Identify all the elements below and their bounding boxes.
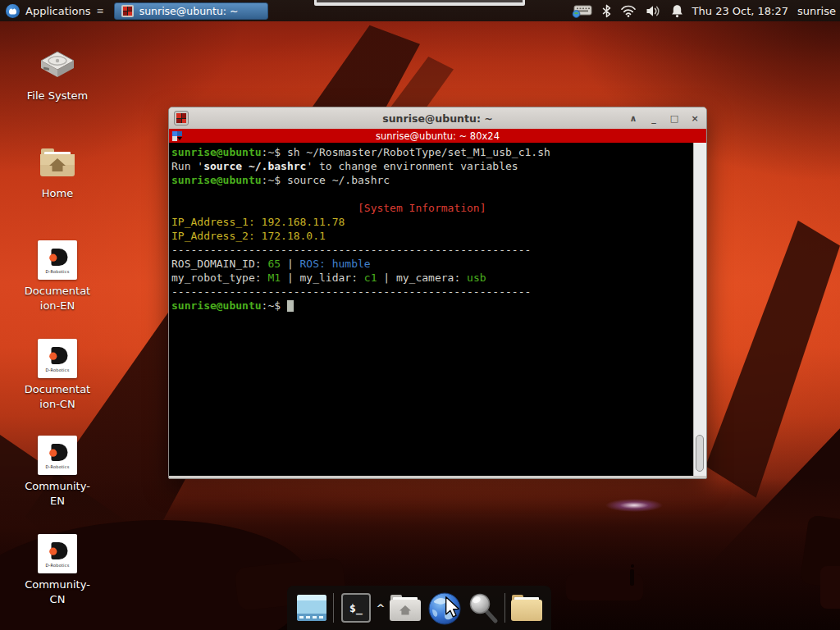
home-folder-launcher[interactable]: [389, 591, 421, 624]
terminal-line: IP_Address_1: 192.168.11.78: [171, 215, 692, 229]
xterm-statusbar-title: sunrise@ubuntu: ~ 80x24: [169, 130, 706, 142]
window-bottom-border: [169, 476, 706, 480]
desktop-icon-label: Documentation-EN: [23, 284, 92, 313]
terminal-icon: $_: [341, 593, 371, 623]
taskbar-window-button[interactable]: sunrise@ubuntu: ~: [114, 2, 268, 20]
desktop-icon-label: Documentation-CN: [23, 382, 92, 412]
dock-separator: [333, 593, 334, 623]
terminal-line: sunrise@ubuntu:~$ sh ~/Rosmaster/RobotTy…: [171, 145, 692, 159]
distro-logo-icon[interactable]: [6, 4, 20, 18]
wallpaper-headlight-glow: [605, 499, 663, 512]
window-title: sunrise@ubuntu: ~: [169, 112, 706, 125]
terminal-line: my_robot_type: M1 | my_lidar: c1 | my_ca…: [171, 271, 692, 285]
window-titlebar[interactable]: sunrise@ubuntu: ~ ∧ _ □ ×: [169, 107, 706, 129]
logo-caption: D-Robotics: [46, 464, 70, 469]
desktop-icon-home[interactable]: Home: [18, 142, 97, 201]
desktop-icon-label: Community-EN: [23, 479, 92, 509]
terminal-line: sunrise@ubuntu:~$: [171, 299, 692, 313]
notifications-bell-icon[interactable]: [671, 4, 683, 18]
terminal-screen[interactable]: sunrise@ubuntu:~$ sh ~/Rosmaster/RobotTy…: [169, 143, 693, 476]
terminal-line: sunrise@ubuntu:~$ source ~/.bashrc: [171, 173, 692, 187]
desktop-icon-label: Community-CN: [23, 578, 92, 607]
wallpaper-wreck: [820, 566, 840, 609]
app-finder-launcher[interactable]: [466, 591, 499, 624]
terminal-line: ROS_DOMAIN_ID: 65 | ROS: humble: [171, 257, 692, 271]
shade-button[interactable]: ∧: [627, 112, 640, 125]
xterm-menu-icon[interactable]: [172, 131, 182, 141]
terminal-line: [171, 187, 692, 201]
file-manager-folder-icon: [511, 595, 542, 621]
panel-user-menu[interactable]: sunrise: [797, 5, 836, 17]
show-desktop-icon: [297, 595, 326, 621]
terminal-line: Run 'source ~/.bashrc' to change environ…: [171, 159, 692, 173]
file-manager-launcher[interactable]: [511, 591, 543, 624]
terminal-window: sunrise@ubuntu: ~ ∧ _ □ × sunrise@ubuntu…: [168, 107, 707, 479]
desktop-icon-community-en[interactable]: D-Robotics Community-EN: [18, 435, 97, 509]
wallpaper-person-silhouette: [631, 564, 634, 568]
terminal-cursor: [287, 300, 294, 312]
desktop-icon-documentation-cn[interactable]: D-Robotics Documentation-CN: [18, 338, 97, 412]
desktop-icon-file-system[interactable]: File System: [18, 44, 97, 103]
dock-separator: [504, 593, 505, 623]
hard-drive-icon: [36, 44, 79, 85]
offscreen-window-edge: [314, 0, 525, 6]
logo-caption: D-Robotics: [46, 368, 70, 372]
d-robotics-logo-icon: D-Robotics: [38, 240, 77, 280]
applications-menu-button[interactable]: Applications: [25, 5, 90, 17]
home-folder-icon: [36, 142, 79, 183]
wifi-icon[interactable]: [620, 5, 637, 17]
terminal-line: ----------------------------------------…: [171, 285, 692, 299]
mouse-cursor: [443, 596, 461, 618]
d-robotics-logo-icon: D-Robotics: [38, 339, 77, 378]
desktop-icon-community-cn[interactable]: D-Robotics Community-CN: [18, 533, 97, 607]
home-folder-icon: [390, 595, 421, 621]
terminal-scrollbar[interactable]: [693, 143, 706, 476]
magnifier-icon: [466, 591, 500, 626]
close-button[interactable]: ×: [688, 112, 701, 125]
taskbar-window-label: sunrise@ubuntu: ~: [139, 5, 239, 17]
launcher-menu-arrow-icon[interactable]: ^: [377, 602, 386, 614]
wallpaper-person-silhouette: [630, 569, 634, 586]
maximize-button[interactable]: □: [668, 112, 681, 125]
bottom-dock: $_ ^: [287, 586, 551, 630]
show-desktop-button[interactable]: [295, 591, 327, 624]
desktop-icon-label: Home: [23, 186, 92, 201]
terminal-line: ----------------------------------------…: [171, 243, 692, 257]
terminal-line: [System Information]: [171, 201, 692, 215]
volume-icon[interactable]: [646, 5, 662, 17]
terminal-line: IP_Address_2: 172.18.0.1: [171, 229, 692, 243]
logo-caption: D-Robotics: [46, 563, 70, 568]
scrollbar-thumb[interactable]: [696, 435, 704, 472]
terminal-launcher[interactable]: $_: [340, 591, 372, 624]
bluetooth-icon[interactable]: [602, 4, 611, 18]
d-robotics-logo-icon: D-Robotics: [38, 436, 77, 475]
desktop-icon-label: File System: [23, 89, 92, 103]
panel-grip-icon[interactable]: ≡: [96, 6, 103, 16]
d-robotics-logo-icon: D-Robotics: [38, 534, 77, 573]
xterm-icon: [121, 5, 134, 17]
keyboard-layout-icon[interactable]: [572, 4, 593, 18]
minimize-button[interactable]: _: [647, 112, 660, 125]
panel-clock[interactable]: Thu 23 Oct, 18:27: [692, 5, 788, 17]
logo-caption: D-Robotics: [46, 269, 70, 274]
xterm-statusbar: sunrise@ubuntu: ~ 80x24: [169, 129, 706, 143]
desktop-icon-documentation-en[interactable]: D-Robotics Documentation-EN: [18, 240, 97, 313]
